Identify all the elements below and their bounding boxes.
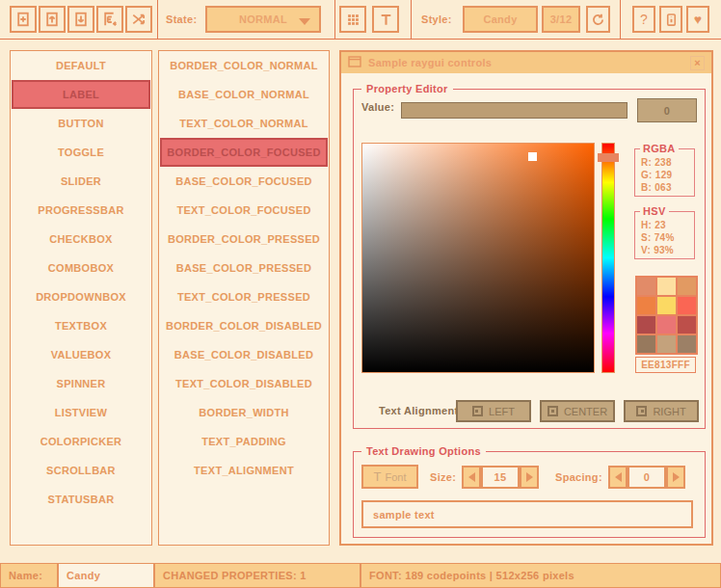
color-picker-cursor[interactable] <box>528 152 537 161</box>
control-list-item-label: TEXTBOX <box>55 320 107 332</box>
control-list-item[interactable]: DEFAULT <box>11 51 151 80</box>
open-file-icon <box>44 12 60 27</box>
font-preview-button[interactable] <box>372 6 399 33</box>
property-list-item[interactable]: BORDER_COLOR_NORMAL <box>159 51 329 80</box>
control-list-item[interactable]: STATUSBAR <box>11 485 151 514</box>
property-list-item-label: BASE_COLOR_PRESSED <box>176 262 312 274</box>
property-list-item[interactable]: BORDER_COLOR_PRESSED <box>159 225 329 254</box>
rgba-r-value: R: 238 <box>641 156 672 169</box>
align-center-button[interactable]: CENTER <box>540 400 615 422</box>
control-list-item[interactable]: VALUEBOX <box>11 340 151 369</box>
color-swatch[interactable] <box>657 335 676 353</box>
control-list-item-label: COLORPICKER <box>40 436 122 447</box>
color-swatch[interactable] <box>637 297 655 314</box>
control-list-item[interactable]: BUTTON <box>11 109 151 138</box>
color-swatch[interactable] <box>678 316 696 334</box>
size-value-box[interactable]: 15 <box>481 466 520 489</box>
spacing-increase-button[interactable] <box>666 466 685 489</box>
open-file-button[interactable] <box>39 6 66 33</box>
property-list-item[interactable]: BORDER_WIDTH <box>159 398 329 427</box>
state-dropdown[interactable]: NORMAL <box>205 6 321 33</box>
align-left-button[interactable]: LEFT <box>456 400 531 422</box>
control-list-item[interactable]: TEXTBOX <box>11 311 151 340</box>
rgba-group: RGBA R: 238 G: 129 B: 063 <box>634 148 695 197</box>
property-list-item[interactable]: BASE_COLOR_DISABLED <box>159 340 329 369</box>
control-list-item[interactable]: TOGGLE <box>11 138 151 167</box>
close-icon[interactable]: × <box>690 56 705 70</box>
color-swatch[interactable] <box>637 335 655 353</box>
text-alignment-label: Text Alignment: <box>379 405 462 416</box>
property-list-item-label: TEXT_COLOR_PRESSED <box>177 291 310 303</box>
hsv-title: HSV <box>640 205 669 217</box>
style-name-input[interactable]: Candy <box>58 563 154 588</box>
align-right-button[interactable]: RIGHT <box>624 400 699 422</box>
export-file-button[interactable] <box>96 6 123 33</box>
arrow-left-icon <box>615 472 622 482</box>
size-increase-button[interactable] <box>520 466 539 489</box>
hue-bar[interactable] <box>601 143 615 373</box>
info-button[interactable] <box>659 6 682 33</box>
hex-color-value[interactable]: EE813FFF <box>635 357 696 373</box>
color-swatch[interactable] <box>637 278 655 295</box>
text-drawing-options-group: Text Drawing Options T Font Size: 15 Spa… <box>353 451 706 538</box>
color-swatch[interactable] <box>657 278 676 295</box>
property-list-item[interactable]: TEXT_COLOR_NORMAL <box>159 109 329 138</box>
reload-style-button[interactable] <box>586 6 610 33</box>
property-list-item[interactable]: TEXT_PADDING <box>159 427 329 456</box>
value-box[interactable]: 0 <box>637 98 697 122</box>
property-list-item-label: BASE_COLOR_NORMAL <box>178 89 309 100</box>
property-list-item[interactable]: BORDER_COLOR_FOCUSED <box>160 138 328 167</box>
style-table-button[interactable] <box>339 6 366 33</box>
control-list-item[interactable]: PROGRESSBAR <box>11 196 151 225</box>
control-list-item[interactable]: LISTVIEW <box>11 398 151 427</box>
control-list-item[interactable]: CHECKBOX <box>11 225 151 254</box>
property-list-item[interactable]: TEXT_COLOR_DISABLED <box>159 369 329 398</box>
size-decrease-button[interactable] <box>462 466 481 489</box>
control-list-item-label: SCROLLBAR <box>46 465 116 476</box>
property-list-item[interactable]: BORDER_COLOR_DISABLED <box>159 311 329 340</box>
color-swatch[interactable] <box>657 316 676 334</box>
property-list-item[interactable]: TEXT_ALIGNMENT <box>159 456 329 485</box>
new-file-button[interactable] <box>10 6 37 33</box>
sponsor-button[interactable]: ♥ <box>686 6 709 33</box>
control-list-item[interactable]: LABEL <box>12 80 150 109</box>
color-swatch[interactable] <box>678 278 696 295</box>
property-list-item[interactable]: TEXT_COLOR_FOCUSED <box>159 196 329 225</box>
control-list-item[interactable]: COLORPICKER <box>11 427 151 456</box>
help-button[interactable]: ? <box>632 6 655 33</box>
property-list-item[interactable]: BASE_COLOR_PRESSED <box>159 254 329 282</box>
control-list-item[interactable]: SLIDER <box>11 167 151 196</box>
randomize-style-button[interactable] <box>125 6 152 33</box>
spacing-decrease-button[interactable] <box>608 466 628 489</box>
control-list-item[interactable]: DROPDOWNBOX <box>11 282 151 311</box>
control-list-item-label: VALUEBOX <box>51 349 112 361</box>
control-list-item[interactable]: COMBOBOX <box>11 254 151 282</box>
sample-text-input[interactable]: sample text <box>361 500 693 528</box>
property-list-item-label: TEXT_COLOR_FOCUSED <box>176 204 310 216</box>
save-file-button[interactable] <box>67 6 94 33</box>
control-list-item[interactable]: SCROLLBAR <box>11 456 151 485</box>
property-list-item[interactable]: TEXT_COLOR_PRESSED <box>159 282 329 311</box>
toolbar-divider <box>411 0 412 39</box>
value-slider[interactable] <box>401 102 628 119</box>
style-index-badge: 3/12 <box>542 6 580 33</box>
color-picker-panel[interactable] <box>361 143 595 373</box>
color-swatch[interactable] <box>657 297 676 314</box>
window-titlebar[interactable]: Sample raygui controls × <box>341 52 711 73</box>
color-swatch[interactable] <box>678 297 696 314</box>
style-name-dropdown[interactable]: Candy <box>463 6 538 33</box>
spacing-value-box[interactable]: 0 <box>628 466 666 489</box>
property-editor-title: Property Editor <box>361 83 453 94</box>
property-list-item-label: TEXT_COLOR_DISABLED <box>175 378 312 389</box>
property-list-item[interactable]: BASE_COLOR_FOCUSED <box>159 167 329 196</box>
window-title: Sample raygui controls <box>368 57 492 68</box>
control-list-item[interactable]: SPINNER <box>11 369 151 398</box>
property-list-item[interactable]: BASE_COLOR_NORMAL <box>159 80 329 109</box>
font-button[interactable]: T Font <box>361 465 418 489</box>
color-swatch[interactable] <box>678 335 696 353</box>
question-icon: ? <box>640 13 648 26</box>
toolbar-divider <box>620 0 621 39</box>
hue-bar-handle[interactable] <box>598 153 619 162</box>
hsv-h-value: H: 23 <box>641 219 675 231</box>
color-swatch[interactable] <box>637 316 655 334</box>
